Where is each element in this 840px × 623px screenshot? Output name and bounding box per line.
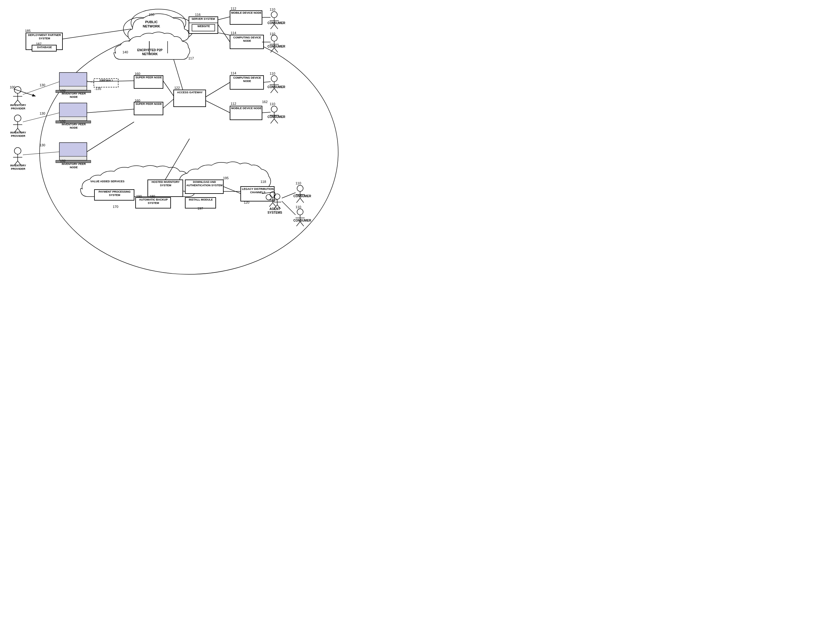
- svg-point-105: [297, 185, 303, 192]
- ref-112-top: 112: [231, 7, 236, 10]
- super-peer-node-2-label: SUPER PEER NODE: [135, 103, 163, 106]
- ref-140: 140: [123, 50, 128, 54]
- mobile-device-node-top-label: MOBILE DEVICE NODE: [231, 11, 262, 15]
- ref-112-mid: 112: [231, 102, 236, 106]
- ref-122: 122: [174, 86, 180, 90]
- svg-line-12: [218, 17, 230, 20]
- payment-processing-label: PAYMENT PROCESSING SYSTEM: [95, 190, 134, 197]
- svg-line-19: [274, 25, 278, 29]
- svg-line-79: [87, 122, 134, 152]
- public-network-label: PUBLIC NETWORK: [138, 20, 165, 29]
- diagram-container: 150 116 112 110 110 114 117 185 187 140 …: [0, 0, 420, 312]
- ref-190: 190: [136, 195, 142, 198]
- download-auth-label: DOWNLOAD AND AUTHENTICATION SYSTEM: [186, 180, 223, 187]
- svg-rect-57: [60, 143, 87, 157]
- firewall-label: FIREWALL: [95, 79, 118, 82]
- ref-130-3: 130: [40, 143, 45, 147]
- ref-110-2: 110: [270, 32, 275, 36]
- svg-point-97: [274, 194, 280, 199]
- svg-line-81: [163, 81, 174, 96]
- svg-point-36: [271, 75, 277, 82]
- svg-point-69: [14, 147, 21, 154]
- inventory-peer-node-2-label: INVENTORY PEER NODE: [60, 123, 87, 129]
- ref-110-6: 110: [296, 205, 301, 209]
- svg-point-110: [297, 209, 303, 215]
- svg-line-82: [163, 99, 174, 108]
- ref-160-2: 160: [135, 99, 140, 103]
- ref-197: 197: [198, 207, 203, 210]
- computing-device-node-top-label: COMPUTING DEVICE NODE: [231, 36, 264, 43]
- consumer-label-4: CONSUMER: [268, 115, 285, 119]
- svg-point-20: [271, 35, 277, 41]
- svg-line-18: [271, 25, 274, 29]
- inventory-peer-node-1-label: INVENTORY PEER NODE: [60, 92, 87, 99]
- svg-line-117: [63, 29, 131, 39]
- svg-line-39: [271, 88, 274, 93]
- ref-160-1: 160: [135, 72, 140, 75]
- svg-line-40: [274, 88, 278, 93]
- agent-systems-label: AGENT SYSTEMS: [263, 207, 287, 215]
- ref-170: 170: [113, 205, 118, 209]
- consumer-label-5: CONSUMER: [293, 195, 311, 198]
- ref-116: 116: [195, 13, 201, 17]
- svg-line-76: [23, 152, 60, 155]
- ref-114-top: 114: [231, 31, 236, 35]
- ref-130-2: 130: [40, 112, 45, 115]
- consumer-label-2: CONSUMER: [268, 45, 285, 49]
- ref-150: 150: [149, 13, 154, 17]
- computing-device-node-mid-label: COMPUTING DEVICE NODE: [231, 76, 264, 83]
- svg-line-24: [274, 48, 278, 52]
- svg-line-48: [264, 82, 271, 82]
- svg-line-29: [14, 89, 35, 96]
- automatic-backup-label: AUTOMATIC BACKUP SYSTEM: [136, 198, 171, 205]
- svg-point-41: [271, 106, 277, 112]
- ref-110-top: 110: [270, 8, 275, 11]
- svg-rect-51: [60, 72, 87, 86]
- consumer-label-3: CONSUMER: [268, 85, 285, 89]
- ref-120: 120: [244, 201, 249, 204]
- website-label: WEBSITE: [193, 25, 215, 28]
- inventory-provider-3-label: INVENTORY PROVIDER: [7, 164, 29, 171]
- hosted-inventory-label: HOSTED INVENTORY SYSTEM: [149, 180, 183, 187]
- consumer-label-1: CONSUMER: [268, 21, 285, 25]
- inventory-peer-node-3-label: INVENTORY PEER NODE: [60, 163, 87, 169]
- inventory-provider-2-label: INVENTORY PROVIDER: [7, 131, 29, 138]
- ref-187: 187: [36, 42, 41, 46]
- ref-195: 195: [223, 176, 228, 180]
- value-added-services-label: VALUE ADDED SERVICES: [90, 180, 125, 183]
- ref-185: 185: [25, 29, 31, 32]
- svg-rect-54: [60, 103, 87, 117]
- ref-110-3: 110: [270, 72, 275, 75]
- ref-180: -180: [149, 195, 155, 198]
- svg-line-23: [271, 48, 274, 52]
- ref-162: 162: [262, 100, 268, 104]
- encrypted-p2p-label: ENCRYPTED P2P NETWORK: [132, 48, 168, 56]
- svg-point-59: [14, 87, 21, 93]
- ref-114-mid: 114: [231, 71, 236, 75]
- svg-line-49: [262, 112, 271, 113]
- ref-110-5: 110: [296, 181, 301, 185]
- consumer-label-6: CONSUMER: [293, 219, 311, 222]
- svg-line-109: [300, 198, 304, 203]
- inventory-provider-1-label: INVENTORY PROVIDER: [7, 104, 29, 110]
- svg-line-108: [296, 198, 300, 203]
- ref-118: 118: [261, 180, 266, 184]
- ref-130-1: 130: [40, 83, 45, 87]
- ref-117: 117: [188, 57, 194, 60]
- svg-line-96: [273, 203, 276, 207]
- svg-line-78: [87, 109, 134, 113]
- mobile-device-node-mid-label: MOBILE DEVICE NODE: [231, 107, 262, 110]
- access-gateway-label: ACCESS GATEWAY: [174, 91, 205, 94]
- deployment-partner-label: DEPLOYMENT PARTNER SYSTEM: [26, 34, 63, 40]
- svg-point-64: [14, 115, 21, 121]
- ref-110-4: 110: [270, 102, 275, 106]
- legacy-distribution-label: LEGACY DISTRIBUTION CHANNELS: [241, 187, 274, 194]
- install-module-label: INSTALL MODULE: [186, 198, 216, 201]
- svg-point-15: [271, 12, 277, 18]
- database-label: DATABASE: [32, 46, 57, 49]
- diagram-svg: 150 116 112 110 110 114 117 185 187 140 …: [0, 0, 420, 312]
- server-system-label: SERVER SYSTEM: [190, 17, 217, 21]
- svg-line-83: [174, 60, 183, 90]
- svg-line-95: [269, 203, 273, 207]
- svg-line-45: [274, 119, 278, 123]
